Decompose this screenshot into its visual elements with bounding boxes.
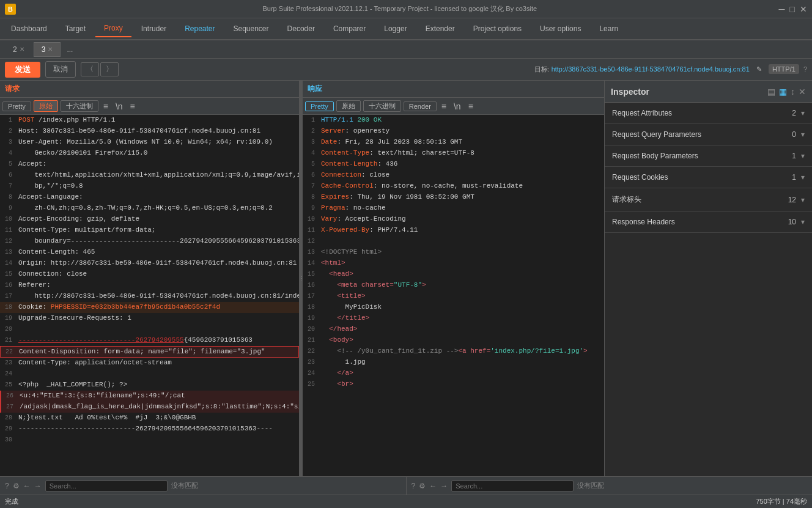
prev-arrow[interactable]: 〈 <box>81 62 99 76</box>
minimize-button[interactable]: ─ <box>779 4 785 14</box>
repeater-tab-2[interactable]: 2 ✕ <box>5 42 32 57</box>
resp-line-8: 8 Expires: Thu, 19 Nov 1981 08:52:00 GMT <box>303 192 604 203</box>
send-button[interactable]: 发送 <box>5 62 40 78</box>
tab-2-close[interactable]: ✕ <box>20 46 24 53</box>
tab-3-close[interactable]: ✕ <box>48 46 53 53</box>
tab-proxy[interactable]: Proxy <box>95 20 131 37</box>
req-line-8: 8 Accept-Language: <box>0 192 299 203</box>
resp-line-13: 13 <!DOCTYPE html> <box>303 247 604 258</box>
tab-logger[interactable]: Logger <box>375 21 415 37</box>
inspector-sort-icon[interactable]: ↕ <box>791 87 795 97</box>
req-next-icon[interactable]: → <box>34 482 42 490</box>
main-content: 请求 Pretty 原始 十六进制 ≡ \n ≡ 1 POST /index.p… <box>0 81 812 476</box>
resp-help-icon[interactable]: ? <box>412 482 416 490</box>
resp-next-icon[interactable]: → <box>440 482 448 490</box>
tab-project-options[interactable]: Project options <box>465 21 530 37</box>
inspector-close-icon[interactable]: ✕ <box>799 87 806 97</box>
response-panel-title: 响应 <box>308 84 322 94</box>
response-code-area[interactable]: 1 HTTP/1.1 200 OK 2 Server: openresty 3 … <box>303 115 604 476</box>
tab-target[interactable]: Target <box>57 21 94 37</box>
req-line-9: 9 zh-CN,zh;q=0.8,zh-TW;q=0.7,zh-HK;q=0.5… <box>0 203 299 214</box>
inspector-list-icon[interactable]: ▤ <box>767 87 775 97</box>
request-panel: 请求 Pretty 原始 十六进制 ≡ \n ≡ 1 POST /index.p… <box>0 81 300 476</box>
req-line-28: 28 N;}test.txt Ad 0%test\c#% #jJ 3;&\0@G… <box>0 413 299 424</box>
resp-line-22: 22 <!-- /y0u_cant_find_1t.zip --><a href… <box>303 346 604 357</box>
resp-line-24: 24 </a> <box>303 368 604 379</box>
request-hex-btn[interactable]: 十六进制 <box>61 100 98 112</box>
req-line-29: 29 -----------------------------26279420… <box>0 424 299 435</box>
req-no-match-label: 没有匹配 <box>171 481 198 490</box>
inspector-row-body-params[interactable]: Request Body Parameters 1 ▾ <box>605 145 812 167</box>
tab-dashboard[interactable]: Dashboard <box>2 21 56 37</box>
inspector-grid-icon[interactable]: ▦ <box>779 87 787 97</box>
request-raw-btn[interactable]: 原始 <box>34 100 58 112</box>
tab-comparer[interactable]: Comparer <box>325 21 374 37</box>
request-inspector-btn[interactable]: ≡ <box>101 100 111 112</box>
resp-line-10: 10 Vary: Accept-Encoding <box>303 214 604 225</box>
app-logo: B <box>5 4 16 15</box>
maximize-button[interactable]: □ <box>790 4 795 14</box>
response-search-input[interactable] <box>451 480 574 491</box>
http-version-badge[interactable]: HTTP/1 <box>769 64 799 74</box>
req-line-3: 3 User-Agent: Mozilla/5.0 (Windows NT 10… <box>0 137 299 148</box>
req-line-14: 14 Origin: http://3867c331-be50-486e-911… <box>0 258 299 269</box>
inspector-row-cookies[interactable]: Request Cookies 1 ▾ <box>605 167 812 188</box>
response-pretty-btn[interactable]: Pretty <box>305 101 334 111</box>
help-icon[interactable]: ? <box>803 65 807 73</box>
resp-line-17: 17 <title> <box>303 291 604 302</box>
response-menu-btn[interactable]: ≡ <box>466 100 476 112</box>
tab-repeater[interactable]: Repeater <box>176 21 223 37</box>
request-search-input[interactable] <box>45 480 168 491</box>
tab-sequencer[interactable]: Sequencer <box>225 21 278 37</box>
close-button[interactable]: ✕ <box>800 4 807 14</box>
target-url-value: http://3867c331-be50-486e-911f-538470476… <box>552 65 750 73</box>
response-render-btn[interactable]: Render <box>404 101 437 111</box>
req-settings-icon[interactable]: ⚙ <box>13 482 20 490</box>
inspector-row-request-attributes[interactable]: Request Attributes 2 ▾ <box>605 103 812 124</box>
request-panel-header: 请求 <box>0 81 299 98</box>
req-help-icon[interactable]: ? <box>5 482 9 490</box>
resp-settings-icon[interactable]: ⚙ <box>419 482 426 490</box>
tab-extender[interactable]: Extender <box>417 21 463 37</box>
resp-line-23: 23 1.jpg <box>303 357 604 368</box>
tab-learn[interactable]: Learn <box>591 21 627 37</box>
inspector-row-request-headers[interactable]: 请求标头 12 ▾ <box>605 188 812 212</box>
resp-line-18: 18 MyPicDisk <box>303 302 604 313</box>
request-menu-btn[interactable]: ≡ <box>128 100 138 112</box>
response-hex-btn[interactable]: 十六进制 <box>363 100 401 112</box>
req-line-27: 27 /adjask|dmask_flag_is_here_dak|jdnmsa… <box>0 402 299 413</box>
edit-target-icon[interactable]: ✎ <box>756 65 762 73</box>
response-raw-btn[interactable]: 原始 <box>336 100 361 112</box>
repeater-tab-3[interactable]: 3 ✕ <box>34 42 61 57</box>
cancel-button[interactable]: 取消 <box>45 61 76 78</box>
tab-decoder[interactable]: Decoder <box>279 21 323 37</box>
tab-intruder[interactable]: Intruder <box>133 21 175 37</box>
req-line-7: 7 bp,*/*;q=0.8 <box>0 181 299 192</box>
resp-prev-icon[interactable]: ← <box>429 482 437 490</box>
status-bar: 完成 750字节 | 74毫秒 <box>0 495 812 508</box>
response-newline-btn[interactable]: \n <box>451 100 463 112</box>
req-line-11: 11 Content-Type: multipart/form-data; <box>0 225 299 236</box>
tab-user-options[interactable]: User options <box>531 21 589 37</box>
request-pretty-btn[interactable]: Pretty <box>2 101 31 111</box>
response-inspector-btn[interactable]: ≡ <box>439 100 449 112</box>
response-bottom-bar: ? ⚙ ← → 没有匹配 <box>407 477 813 495</box>
request-newline-btn[interactable]: \n <box>113 100 125 112</box>
resp-line-21: 21 <body> <box>303 335 604 346</box>
nav-tabs: Dashboard Target Proxy Intruder Repeater… <box>0 18 812 40</box>
req-line-26: 26 <u:4:"FILE":3:{s:8:"filename";s:49:"/… <box>0 391 299 402</box>
titlebar: B Burp Suite Professional v2021.12.1 - T… <box>0 0 812 18</box>
req-line-4: 4 Gecko/20100101 Firefox/115.0 <box>0 148 299 159</box>
inspector-row-query-params[interactable]: Request Query Parameters 0 ▾ <box>605 124 812 145</box>
more-tabs-button[interactable]: ... <box>62 43 78 56</box>
inspector-row-response-headers[interactable]: Response Headers 10 ▾ <box>605 212 812 233</box>
titlebar-controls[interactable]: ─ □ ✕ <box>779 4 807 14</box>
request-code-area[interactable]: 1 POST /index.php HTTP/1.1 2 Host: 3867c… <box>0 115 299 476</box>
next-arrow[interactable]: 〉 <box>100 62 119 76</box>
resp-line-20: 20 </head> <box>303 324 604 335</box>
resp-line-4: 4 Content-Type: text/html; charset=UTF-8 <box>303 148 604 159</box>
req-line-24: 24 <box>0 369 299 380</box>
req-prev-icon[interactable]: ← <box>23 482 31 490</box>
resp-line-3: 3 Date: Fri, 28 Jul 2023 08:50:13 GMT <box>303 137 604 148</box>
resp-line-14: 14 <html> <box>303 258 604 269</box>
